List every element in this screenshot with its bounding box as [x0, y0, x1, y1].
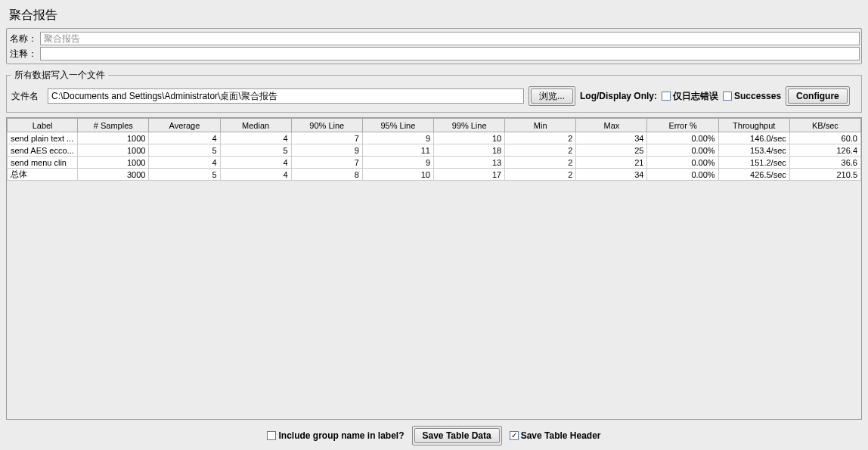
results-table-wrap: Label # Samples Average Median 90% Line …	[6, 117, 862, 420]
cell-avg: 5	[149, 144, 220, 157]
configure-frame: Configure	[786, 86, 850, 106]
name-label: 名称：	[8, 33, 40, 45]
cell-label: 总体	[8, 169, 78, 181]
save-table-frame: Save Table Data	[412, 426, 502, 445]
name-comment-panel: 名称： 注释：	[6, 28, 862, 64]
cell-max: 21	[576, 157, 647, 169]
cell-tp: 146.0/sec	[718, 132, 789, 144]
checkbox-icon	[267, 431, 276, 440]
col-samples[interactable]: # Samples	[78, 119, 149, 132]
col-max[interactable]: Max	[576, 119, 647, 132]
cell-tp: 153.4/sec	[718, 144, 789, 157]
include-group-checkbox[interactable]: Include group name in label?	[267, 430, 404, 441]
browse-button[interactable]: 浏览...	[531, 88, 573, 104]
table-row[interactable]: 总体300054810172340.00%426.5/sec210.5	[8, 169, 861, 181]
log-display-label: Log/Display Only:	[580, 91, 657, 101]
cell-p90: 7	[291, 132, 362, 144]
cell-max: 25	[576, 144, 647, 157]
file-output-group: 所有数据写入一个文件 文件名 浏览... Log/Display Only: 仅…	[6, 69, 862, 113]
col-error[interactable]: Error %	[647, 119, 718, 132]
only-errors-checkbox[interactable]: 仅日志错误	[662, 90, 718, 103]
cell-err: 0.00%	[647, 157, 718, 169]
cell-min: 2	[505, 144, 576, 157]
table-row[interactable]: send AES ecco...100055911182250.00%153.4…	[8, 144, 861, 157]
cell-median: 4	[220, 132, 291, 144]
file-output-legend: 所有数据写入一个文件	[11, 69, 108, 82]
cell-label: send plain text ...	[8, 132, 78, 144]
bottom-bar: Include group name in label? Save Table …	[6, 420, 862, 445]
cell-kb: 126.4	[789, 144, 860, 157]
col-kbsec[interactable]: KB/sec	[789, 119, 860, 132]
cell-p99: 17	[434, 169, 505, 181]
cell-p90: 7	[291, 157, 362, 169]
cell-kb: 60.0	[789, 132, 860, 144]
col-throughput[interactable]: Throughput	[718, 119, 789, 132]
cell-avg: 4	[149, 132, 220, 144]
cell-p95: 11	[362, 144, 433, 157]
cell-median: 4	[220, 157, 291, 169]
save-table-header-checkbox[interactable]: Save Table Header	[510, 430, 601, 441]
cell-tp: 426.5/sec	[718, 169, 789, 181]
cell-p90: 8	[291, 169, 362, 181]
cell-median: 5	[220, 144, 291, 157]
cell-samples: 1000	[78, 157, 149, 169]
cell-avg: 4	[149, 157, 220, 169]
comment-label: 注释：	[8, 48, 40, 61]
col-min[interactable]: Min	[505, 119, 576, 132]
cell-p90: 9	[291, 144, 362, 157]
checkbox-icon	[723, 92, 732, 101]
checkbox-icon	[662, 92, 671, 101]
col-average[interactable]: Average	[149, 119, 220, 132]
cell-err: 0.00%	[647, 132, 718, 144]
cell-err: 0.00%	[647, 144, 718, 157]
table-row[interactable]: send plain text ...10004479102340.00%146…	[8, 132, 861, 144]
cell-kb: 36.6	[789, 157, 860, 169]
col-p99[interactable]: 99% Line	[434, 119, 505, 132]
only-errors-label: 仅日志错误	[673, 90, 718, 103]
col-p90[interactable]: 90% Line	[291, 119, 362, 132]
file-label: 文件名	[11, 90, 43, 103]
cell-label: send menu clin	[8, 157, 78, 169]
save-table-header-label: Save Table Header	[521, 430, 601, 441]
include-group-label: Include group name in label?	[278, 430, 404, 441]
cell-p95: 10	[362, 169, 433, 181]
table-row[interactable]: send menu clin10004479132210.00%151.2/se…	[8, 157, 861, 169]
cell-min: 2	[505, 157, 576, 169]
table-header-row: Label # Samples Average Median 90% Line …	[8, 119, 861, 132]
successes-label: Successes	[734, 91, 781, 101]
cell-median: 4	[220, 169, 291, 181]
cell-kb: 210.5	[789, 169, 860, 181]
successes-checkbox[interactable]: Successes	[723, 91, 781, 101]
cell-min: 2	[505, 169, 576, 181]
cell-p99: 18	[434, 144, 505, 157]
cell-p95: 9	[362, 157, 433, 169]
col-median[interactable]: Median	[220, 119, 291, 132]
file-input[interactable]	[48, 88, 524, 104]
browse-frame: 浏览...	[529, 86, 575, 106]
col-p95[interactable]: 95% Line	[362, 119, 433, 132]
cell-max: 34	[576, 169, 647, 181]
cell-tp: 151.2/sec	[718, 157, 789, 169]
cell-samples: 1000	[78, 144, 149, 157]
cell-err: 0.00%	[647, 169, 718, 181]
cell-p99: 10	[434, 132, 505, 144]
configure-button[interactable]: Configure	[788, 88, 848, 104]
col-label[interactable]: Label	[8, 119, 78, 132]
cell-p95: 9	[362, 132, 433, 144]
cell-max: 34	[576, 132, 647, 144]
cell-label: send AES ecco...	[8, 144, 78, 157]
cell-min: 2	[505, 132, 576, 144]
cell-p99: 13	[434, 157, 505, 169]
name-input[interactable]	[40, 32, 860, 45]
cell-samples: 1000	[78, 132, 149, 144]
checkbox-checked-icon	[510, 431, 519, 440]
cell-avg: 5	[149, 169, 220, 181]
comment-input[interactable]	[40, 47, 860, 61]
page-title: 聚合报告	[6, 6, 862, 28]
cell-samples: 3000	[78, 169, 149, 181]
save-table-data-button[interactable]: Save Table Data	[414, 428, 500, 443]
results-table: Label # Samples Average Median 90% Line …	[7, 118, 861, 181]
